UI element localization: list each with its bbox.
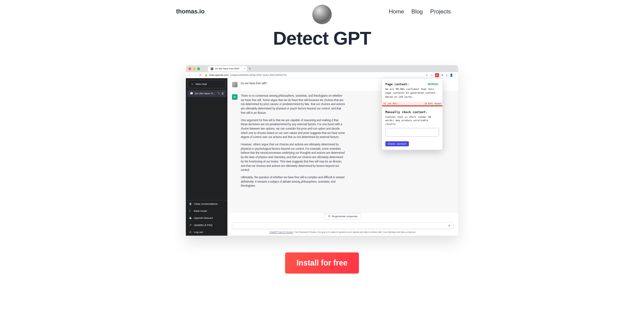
url-path: /chat/bd269064-db5a-4587-8ca7-682185f107…	[230, 74, 287, 77]
new-chat-label: New chat	[196, 83, 207, 86]
regenerate-button[interactable]: ⟳ Regenerate response	[324, 213, 361, 220]
moon-icon: ☾	[189, 209, 192, 212]
discord-icon: ◉	[189, 217, 192, 220]
browser-toolbar: ← → ⟳ 🔒 chat.openai.com/chat/bd269064-db…	[186, 72, 458, 78]
url-host: chat.openai.com	[209, 74, 229, 77]
check-content-button[interactable]: Check content	[385, 141, 409, 146]
forward-icon[interactable]: →	[194, 74, 197, 77]
lock-icon: 🔒	[205, 74, 208, 77]
new-chat-button[interactable]: ＋ New chat	[187, 80, 226, 88]
ai-para-2: One argument for free will is that we ar…	[241, 118, 345, 140]
dark-mode-toggle[interactable]: ☾Dark mode	[186, 207, 227, 214]
manual-content-input[interactable]	[385, 128, 439, 137]
brand[interactable]: thomas.io	[176, 8, 205, 15]
confidence-bar-fill	[382, 105, 442, 106]
edit-icon[interactable]: ✎	[218, 92, 220, 95]
browser-tab[interactable]: Do We Have Free Will? ×	[208, 66, 247, 71]
confidence-bar: AI (99.98%) (0.02%) Human	[382, 102, 442, 106]
traffic-close-icon[interactable]	[189, 67, 191, 70]
external-icon: ↗	[189, 224, 192, 227]
word-count-text: Based on 244 words.	[385, 95, 439, 99]
main-nav: Home Blog Projects	[389, 8, 451, 15]
avatar-wrap	[312, 5, 332, 24]
install-button[interactable]: Install for free	[285, 252, 359, 274]
chat-main: Do we have free will? There is no consen…	[227, 78, 458, 236]
tab-title: Do We Have Free Will?	[215, 67, 239, 70]
refresh-icon: ⟳	[328, 215, 330, 218]
human-pct-label: (0.02%) Human	[424, 102, 441, 105]
logout-button[interactable]: ⎋Log out	[186, 229, 227, 236]
star-icon[interactable]: ☆	[430, 74, 433, 77]
user-message-text: Do we have free will?	[241, 82, 267, 87]
updates-link[interactable]: ↗Updates & FAQ	[186, 222, 227, 229]
reload-icon[interactable]: ⟳	[199, 74, 202, 77]
history-item[interactable]: 💬 Do We Have Free Will? ✎ 🗑	[187, 90, 226, 97]
kebab-icon[interactable]	[455, 74, 456, 76]
user-avatar-icon	[232, 82, 237, 87]
logout-icon: ⎋	[189, 231, 192, 234]
chatgpt-app: ＋ New chat 💬 Do We Have Free Will? ✎ 🗑 🗑…	[186, 78, 458, 236]
refresh-button[interactable]: REFRESH	[427, 83, 439, 86]
manual-hint: Content that is short (under 50 words) m…	[385, 115, 439, 126]
confidence-text: We are 99.98% confident that this page c…	[385, 88, 439, 95]
footer-version-link[interactable]: ChatGPT Dec 15 Version	[269, 231, 293, 233]
trash-icon[interactable]: 🗑	[221, 92, 224, 95]
avatar[interactable]	[312, 5, 332, 24]
extension-popup: Page content: REFRESH We are 99.98% conf…	[382, 78, 443, 150]
sidebar: ＋ New chat 💬 Do We Have Free Will? ✎ 🗑 🗑…	[186, 78, 227, 236]
ai-para-3: However, others argue that our choices a…	[241, 143, 345, 173]
nav-blog[interactable]: Blog	[412, 8, 423, 15]
ai-pct-label: AI (99.98%)	[383, 102, 397, 105]
ai-para-1: There is no consensus among philosophers…	[241, 94, 345, 115]
nav-home[interactable]: Home	[389, 8, 404, 15]
panel-icon[interactable]: ▯	[446, 74, 447, 77]
back-icon[interactable]: ←	[189, 74, 191, 77]
history-item-label: Do We Have Free Will?	[195, 92, 216, 95]
traffic-min-icon[interactable]	[193, 67, 196, 70]
profile-icon[interactable]: 👤	[449, 74, 453, 77]
manual-check-label: Manually check content:	[385, 110, 439, 114]
clear-conversations[interactable]: 🗑Clear conversations	[186, 200, 227, 207]
ai-para-4: Ultimately, the question of whether we h…	[241, 176, 345, 188]
favicon-icon	[211, 67, 213, 70]
message-input[interactable]	[232, 224, 446, 227]
address-bar[interactable]: 🔒 chat.openai.com/chat/bd269064-db5a-458…	[205, 74, 423, 77]
ai-extension-icon[interactable]: AI	[435, 73, 439, 77]
trash-icon: 🗑	[189, 202, 192, 205]
plus-icon: ＋	[191, 82, 194, 86]
browser-titlebar: Do We Have Free Will? × +	[186, 65, 458, 72]
footer-note: ChatGPT Dec 15 Version. Free Research Pr…	[227, 231, 458, 236]
page-content-label: Page content:	[385, 83, 409, 86]
nav-projects[interactable]: Projects	[430, 8, 451, 15]
composer: ➤	[232, 222, 453, 229]
discord-link[interactable]: ◉OpenAI Discord	[186, 214, 227, 222]
tab-close-icon[interactable]: ×	[244, 67, 246, 70]
new-tab-icon[interactable]: +	[249, 67, 251, 70]
share-icon[interactable]: ⇧	[426, 74, 428, 77]
page-title: Detect GPT	[0, 27, 644, 49]
ai-avatar-icon	[232, 94, 237, 100]
send-icon[interactable]: ➤	[446, 224, 453, 227]
browser-mockup: Do We Have Free Will? × + ← → ⟳ 🔒 chat.o…	[186, 65, 458, 236]
chat-icon: 💬	[190, 92, 193, 95]
traffic-max-icon[interactable]	[197, 67, 200, 70]
extensions-icon[interactable]: ✦	[441, 74, 444, 77]
